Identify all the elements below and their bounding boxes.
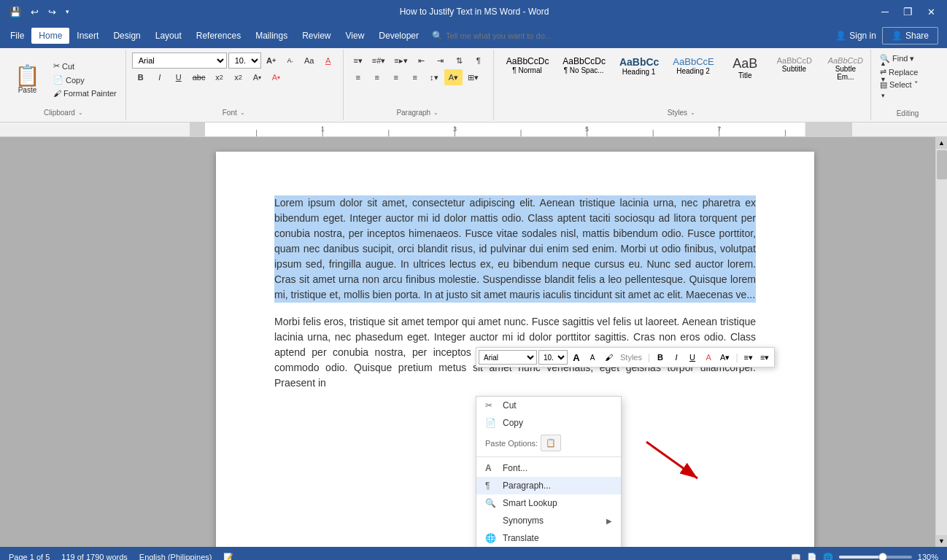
zoom-level[interactable]: 130%	[918, 553, 938, 560]
font-shrink-button[interactable]: A-	[282, 52, 299, 69]
borders-button[interactable]: ⊞▾	[464, 69, 482, 85]
style-subtle-em[interactable]: AaBbCcD Subtle Em...	[819, 52, 871, 106]
format-painter-button[interactable]: 🖌 Format Painter	[50, 88, 120, 99]
text-highlight-button[interactable]: A▾	[249, 69, 266, 85]
scroll-down-button[interactable]: ▼	[936, 535, 948, 547]
close-button[interactable]: ✕	[921, 4, 941, 20]
mini-font-color-button[interactable]: A▾	[717, 351, 733, 364]
select-button[interactable]: ▤ Select ˅	[877, 79, 921, 91]
minimize-button[interactable]: ─	[876, 3, 894, 20]
font-color-button[interactable]: A▾	[268, 69, 285, 85]
language-indicator[interactable]: English (Philippines)	[139, 553, 212, 560]
mini-highlight-button[interactable]: A	[701, 351, 716, 363]
share-button[interactable]: 👤 Share	[882, 27, 938, 44]
style-subtitle[interactable]: AaBbCcD Subtitle	[770, 52, 818, 106]
view-web-button[interactable]: 🌐	[823, 553, 833, 561]
context-paragraph[interactable]: ¶ Paragraph...	[476, 477, 621, 494]
copy-button[interactable]: 📄 Copy	[50, 74, 120, 86]
clear-formatting-button[interactable]: A	[320, 52, 337, 69]
bold-button[interactable]: B	[132, 69, 150, 85]
vertical-scrollbar[interactable]: ▲ ▼	[935, 137, 947, 547]
underline-button[interactable]: U	[170, 69, 188, 85]
mini-styles-button[interactable]: Styles	[617, 351, 645, 363]
context-synonyms[interactable]: Synonyms ▶	[476, 512, 621, 529]
mini-format-paint-button[interactable]: 🖌	[601, 351, 616, 363]
find-button[interactable]: 🔍 Find ▾	[877, 52, 921, 65]
menu-references[interactable]: References	[189, 28, 248, 44]
numbering-button[interactable]: ≡#▾	[368, 52, 390, 69]
paste-button[interactable]: 📋 Paste	[9, 63, 46, 97]
menu-home[interactable]: Home	[31, 28, 69, 44]
mini-bullets-button[interactable]: ≡▾	[741, 351, 756, 364]
customize-quick-access-button[interactable]: ▾	[62, 5, 73, 18]
menu-mailings[interactable]: Mailings	[248, 28, 295, 44]
context-font[interactable]: A Font...	[476, 459, 621, 477]
menu-layout[interactable]: Layout	[148, 28, 189, 44]
change-case-button[interactable]: Aa	[301, 52, 318, 69]
shading-button[interactable]: A▾	[444, 69, 463, 85]
align-left-button[interactable]: ≡	[349, 69, 367, 85]
scroll-track[interactable]	[936, 149, 948, 535]
scroll-up-button[interactable]: ▲	[936, 137, 948, 149]
style-no-space[interactable]: AaBbCcDc ¶ No Spac...	[556, 52, 611, 106]
font-size-select[interactable]: 10.5	[228, 52, 261, 69]
font-grow-button[interactable]: A+	[263, 52, 280, 69]
cut-button[interactable]: ✂ Cut	[50, 60, 120, 72]
paste-keep-source-btn[interactable]: 📋	[541, 435, 561, 451]
paragraph-expand-icon[interactable]: ⌄	[432, 108, 440, 117]
menu-insert[interactable]: Insert	[69, 28, 106, 44]
style-heading1[interactable]: AaBbCc Heading 1	[613, 52, 665, 106]
show-paragraph-button[interactable]: ¶	[470, 52, 487, 69]
menu-design[interactable]: Design	[106, 28, 147, 44]
font-expand-icon[interactable]: ⌄	[239, 108, 247, 117]
restore-button[interactable]: ❐	[897, 3, 919, 20]
align-right-button[interactable]: ≡	[387, 69, 405, 85]
view-print-button[interactable]: 📄	[807, 553, 817, 561]
decrease-indent-button[interactable]: ⇤	[413, 52, 430, 69]
zoom-slider[interactable]	[839, 556, 912, 559]
subscript-button[interactable]: x2	[211, 69, 228, 85]
document-scroll[interactable]: Lorem ipsum dolor sit amet, consectetur …	[95, 137, 935, 547]
tell-me-input[interactable]	[446, 31, 577, 40]
styles-expand-icon[interactable]: ⌄	[689, 108, 697, 117]
mini-bold-button[interactable]: B	[653, 351, 668, 363]
mini-font-select[interactable]: Arial	[479, 350, 537, 365]
menu-view[interactable]: View	[339, 28, 372, 44]
paragraph1[interactable]: Lorem ipsum dolor sit amet, consectetur …	[274, 195, 756, 303]
redo-button[interactable]: ↪	[45, 4, 60, 20]
align-center-button[interactable]: ≡	[368, 69, 386, 85]
strikethrough-button[interactable]: abc	[189, 69, 209, 85]
context-copy[interactable]: 📄 Copy	[476, 414, 621, 432]
context-smart-lookup[interactable]: 🔍 Smart Lookup	[476, 494, 621, 512]
line-spacing-button[interactable]: ↕▾	[425, 69, 443, 85]
font-name-select[interactable]: Arial	[132, 52, 227, 69]
replace-button[interactable]: ⇌ Replace	[877, 66, 921, 78]
sign-in-button[interactable]: 👤 Sign in	[835, 31, 876, 41]
mini-grow-button[interactable]: A	[569, 351, 584, 365]
mini-italic-button[interactable]: I	[669, 351, 684, 363]
undo-button[interactable]: ↩	[27, 4, 42, 20]
view-read-button[interactable]: 📖	[791, 553, 801, 561]
increase-indent-button[interactable]: ⇥	[432, 52, 449, 69]
mini-shrink-button[interactable]: A	[585, 352, 600, 363]
clipboard-expand-icon[interactable]: ⌄	[77, 108, 85, 117]
scroll-thumb[interactable]	[937, 150, 947, 179]
mini-underline-button[interactable]: U	[685, 351, 700, 363]
multilevel-list-button[interactable]: ≡▸▾	[390, 52, 411, 69]
superscript-button[interactable]: x2	[230, 69, 247, 85]
sort-button[interactable]: ⇅	[451, 52, 468, 69]
save-button[interactable]: 💾	[6, 4, 25, 20]
italic-button[interactable]: I	[151, 69, 169, 85]
style-title[interactable]: AaB Title	[722, 52, 769, 106]
context-translate[interactable]: 🌐 Translate	[476, 529, 621, 547]
menu-review[interactable]: Review	[295, 28, 338, 44]
mini-font-size-select[interactable]: 10.5	[538, 350, 568, 365]
justify-button[interactable]: ≡	[406, 69, 424, 85]
menu-file[interactable]: File	[3, 28, 31, 44]
style-heading2[interactable]: AaBbCcE Heading 2	[666, 52, 719, 106]
mini-numbering-button[interactable]: ≡▾	[757, 351, 772, 364]
context-cut[interactable]: ✂ Cut	[476, 397, 621, 414]
style-normal[interactable]: AaBbCcDc ¶ Normal	[500, 52, 555, 106]
menu-developer[interactable]: Developer	[371, 28, 426, 44]
bullets-button[interactable]: ≡▾	[349, 52, 367, 69]
